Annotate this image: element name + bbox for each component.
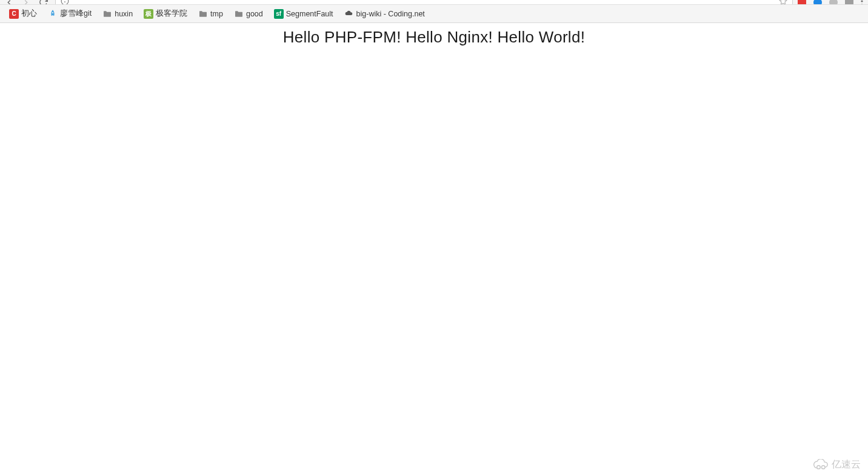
bookmark-item[interactable]: huxin [99, 7, 136, 21]
bookmark-favicon-icon: 极 [144, 9, 153, 19]
url-input[interactable] [74, 0, 774, 5]
folder-icon [198, 9, 208, 19]
menu-icon[interactable] [861, 0, 863, 5]
watermark-text: 亿速云 [832, 458, 861, 471]
bookmark-item[interactable]: big-wiki - Coding.net [341, 7, 428, 21]
bookmark-label: 廖雪峰git [60, 8, 92, 19]
bookmark-label: SegmentFault [286, 10, 333, 18]
bookmark-label: 极客学院 [156, 8, 187, 19]
extension-icon[interactable] [798, 0, 806, 5]
bookmark-favicon-icon: C [9, 9, 19, 19]
bookmark-label: tmp [210, 10, 223, 18]
page-heading: Hello PHP-FPM! Hello Nginx! Hello World! [0, 23, 868, 47]
watermark-logo-icon [812, 459, 828, 471]
back-button[interactable] [5, 0, 13, 5]
page-viewport: Hello PHP-FPM! Hello Nginx! Hello World!… [0, 23, 868, 476]
extension-icon[interactable] [845, 0, 853, 5]
cloud-icon [344, 9, 354, 19]
bookmark-item[interactable]: 极 极客学院 [141, 7, 190, 21]
nav-buttons-group [5, 0, 48, 5]
bookmark-item[interactable]: sf SegmentFault [271, 7, 336, 21]
info-icon[interactable] [61, 0, 69, 5]
extension-icon[interactable] [829, 0, 838, 5]
forward-button[interactable] [22, 0, 30, 5]
bookmark-label: 初心 [21, 8, 37, 19]
bookmark-label: huxin [115, 10, 133, 18]
watermark: 亿速云 [812, 458, 861, 471]
bookmarks-bar: C 初心 廖雪峰git huxin 极 极客学院 tmp good sf Seg… [0, 5, 868, 23]
svg-point-8 [817, 465, 821, 469]
folder-icon [234, 9, 244, 19]
svg-point-5 [861, 0, 863, 2]
bookmark-item[interactable]: 廖雪峰git [45, 7, 95, 21]
folder-icon [102, 9, 112, 19]
bookmark-item[interactable]: C 初心 [6, 7, 40, 21]
bookmark-label: big-wiki - Coding.net [356, 10, 425, 18]
bookmark-favicon-icon: sf [274, 9, 284, 19]
svg-point-7 [52, 12, 53, 13]
extension-icon[interactable] [813, 0, 822, 5]
bookmark-item[interactable]: tmp [195, 7, 226, 21]
address-bar[interactable] [55, 0, 793, 5]
bookmark-label: good [246, 10, 263, 18]
bookmark-item[interactable]: good [231, 7, 266, 21]
svg-marker-3 [780, 0, 787, 4]
reload-button[interactable] [39, 0, 48, 5]
bookmark-star-icon[interactable] [779, 0, 787, 5]
rocket-icon [48, 9, 58, 19]
extension-icons-group [798, 0, 863, 5]
svg-point-9 [821, 465, 825, 469]
browser-toolbar [0, 0, 868, 5]
